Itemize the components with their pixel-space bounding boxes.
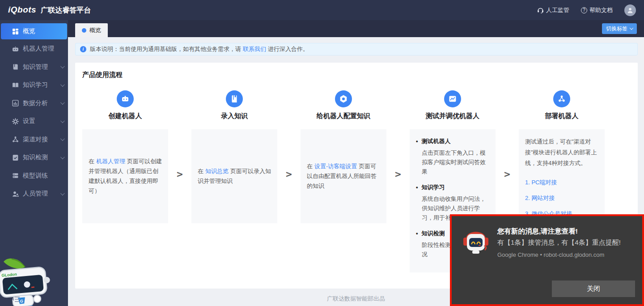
chevron-down-icon [60,100,65,105]
robot-management-link[interactable]: 机器人管理 [96,158,125,165]
tab-bar: 概览 切换标签 [68,20,644,37]
tab-active-dot-icon [82,28,86,33]
sidebar-item-label: 概览 [23,27,35,35]
step-title: 给机器人配置知识 [301,112,386,121]
robot-icon [117,90,134,107]
sidebar-item-knowledge-learning[interactable]: 知识学习 [0,76,68,94]
layers-icon [12,172,19,179]
headset-icon [537,7,544,13]
notification-close-button[interactable]: 关闭 [552,280,635,297]
visitor-settings-link[interactable]: 设置-访客端设置 [314,163,357,170]
sidebar-item-label: 知识检测 [23,153,48,162]
step-card: 在设置-访客端设置页面可以自由配置机器人所能回答的知识 [301,129,386,223]
step-title: 录入知识 [191,112,277,121]
chevron-down-icon [60,155,65,159]
help-docs-link[interactable]: ? 帮助文档 [581,6,613,14]
sidebar-item-robot-management[interactable]: 机器人管理 [0,40,68,58]
share-icon [12,136,19,143]
sidebar-item-channel-integration[interactable]: 渠道对接 [0,131,68,149]
info-icon: i [80,46,86,52]
step-title: 测试并调优机器人 [410,112,496,121]
bullet-test-robot: 测试机器人 点击页面左下角入口，模拟客户端实时测试问答效果 [416,136,490,176]
chevron-down-icon [60,136,65,141]
step-card: 在知识总览页面可以录入知识并管理知识 [191,129,277,223]
topbar-right: 人工监管 ? 帮助文档 [537,4,636,16]
sidebar-nav: 概览 机器人管理 知识管理 知识学习 数据分析 设置 渠道对接 [0,20,68,203]
sidebar-item-knowledge-check[interactable]: 知识检测 [0,149,68,167]
notification-text: 您有新的消息,请注意查看! 有【1条】接管消息，有【4条】重点提醒! Googl… [497,227,627,258]
notification-robot-icon [462,227,490,255]
sidebar-item-knowledge-management[interactable]: 知识管理 [0,58,68,76]
people-icon [12,191,19,197]
book-icon [226,90,243,107]
chevron-down-icon [60,82,65,87]
sidebar-item-overview[interactable]: 概览 [1,23,67,39]
manual-supervision-link[interactable]: 人工监管 [537,6,569,14]
check-doc-icon [12,154,19,161]
deploy-icon [553,90,570,107]
step-title: 创建机器人 [82,112,168,121]
sidebar-item-label: 人员管理 [23,190,48,198]
tab-label: 概览 [89,26,101,34]
chevron-down-icon [630,26,633,30]
chrome-notification[interactable]: 您有新的消息,请注意查看! 有【1条】接管消息，有【4条】重点提醒! Googl… [450,214,644,306]
switch-tab-button[interactable]: 切换标签 [602,23,637,34]
sidebar-item-label: 渠道对接 [23,136,48,144]
tab-overview[interactable]: 概览 [75,23,108,37]
sidebar-item-settings[interactable]: 设置 [0,112,68,131]
logo-product-name: 广联达睿答平台 [41,6,91,15]
banner-text-post: 进行深入合作。 [268,45,309,53]
glodon-mascot-test-entry[interactable]: GLodon G [0,256,59,306]
open-book-icon [12,82,19,89]
flow-step-enter-knowledge: 录入知识 在知识总览页面可以录入知识并管理知识 [191,90,277,223]
supervision-label: 人工监管 [546,6,569,14]
logo-iqbots: iQbots [8,5,36,15]
step-title: 部署机器人 [519,112,605,121]
sidebar-item-label: 机器人管理 [23,45,54,53]
sidebar-item-data-analysis[interactable]: 数据分析 [0,94,68,113]
switch-tab-label: 切换标签 [606,25,627,33]
step-card: 在机器人管理页面可以创建并管理机器人（通用版已创建默认机器人，直接使用即可） [82,129,168,223]
grid-icon [12,28,19,35]
svg-text:G: G [20,299,23,304]
banner-text-pre: 版本说明：当前使用为通用基础版，如有其他业务需求，请 [90,45,241,53]
chevron-down-icon [60,119,65,123]
chart-icon [12,100,19,106]
robot-icon [12,46,19,52]
contact-us-link[interactable]: 联系我们 [243,45,266,53]
flow-arrow-icon: > [502,169,513,179]
app-logo: iQbots 广联达睿答平台 [8,5,91,15]
notification-body: 有【1条】接管消息，有【4条】重点提醒! [497,238,627,247]
person-icon [627,7,634,14]
flow-step-configure-knowledge: 给机器人配置知识 在设置-访客端设置页面可以自由配置机器人所能回答的知识 [301,90,386,223]
sidebar-item-label: 数据分析 [23,99,48,107]
sidebar-item-label: 模型训练 [23,172,48,180]
nut-icon [335,90,352,107]
top-bar: iQbots 广联达睿答平台 人工监管 ? 帮助文档 [0,0,644,20]
notification-title: 您有新的消息,请注意查看! [497,227,627,236]
user-avatar[interactable] [624,4,636,16]
sidebar-item-model-training[interactable]: 模型训练 [0,167,68,185]
sidebar-item-label: 设置 [23,117,35,125]
notification-source: Google Chrome • robot-cloud.glodon.com [497,251,627,258]
gear-icon [12,118,19,125]
knowledge-overview-link[interactable]: 知识总览 [205,168,229,174]
sidebar: 概览 机器人管理 知识管理 知识学习 数据分析 设置 渠道对接 [0,20,68,306]
chevron-down-icon [60,191,65,196]
deploy-intro: 测试通过后，可在"渠道对接"模块进行机器人的部署上线，支持4种对接方式。 [525,136,599,169]
flow-arrow-icon: > [393,169,403,179]
collapse-sidebar-icon[interactable] [12,296,20,303]
pc-integration-link[interactable]: 1. PC端对接 [525,178,599,187]
help-label: 帮助文档 [589,6,613,14]
flow-step-create-robot: 创建机器人 在机器人管理页面可以创建并管理机器人（通用版已创建默认机器人，直接使… [82,90,168,223]
version-banner: i 版本说明：当前使用为通用基础版，如有其他业务需求，请 联系我们 进行深入合作… [75,43,638,55]
flow-arrow-icon: > [174,169,185,179]
website-integration-link[interactable]: 2. 网站对接 [525,193,599,203]
trend-chart-icon [444,90,461,107]
sidebar-item-label: 知识管理 [23,63,48,71]
section-title: 产品使用流程 [82,71,123,79]
sidebar-item-label: 知识学习 [23,81,48,89]
question-icon: ? [581,7,587,13]
book-icon [12,64,19,70]
sidebar-item-personnel-management[interactable]: 人员管理 [0,185,68,203]
